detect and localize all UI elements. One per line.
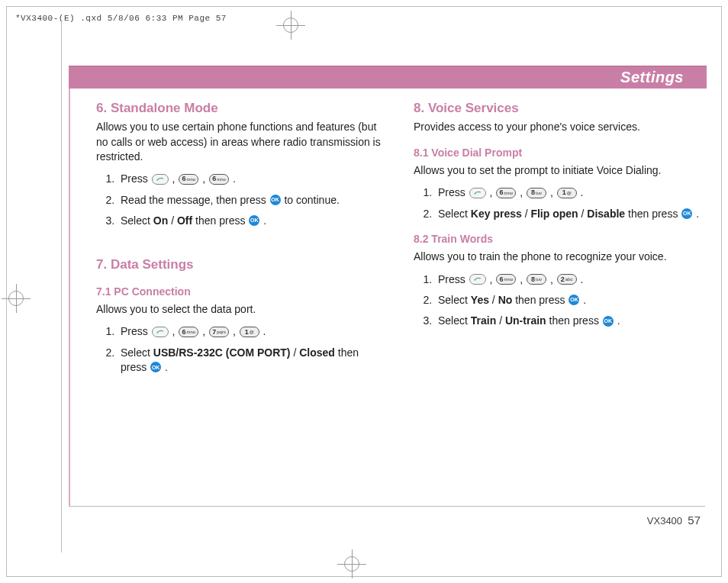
text: / xyxy=(291,346,300,359)
option: USB/RS-232C (COM PORT) xyxy=(153,346,291,359)
model-label: VX3400 xyxy=(647,515,682,527)
step: Read the message, then press OK to conti… xyxy=(118,193,383,208)
svg-point-1 xyxy=(156,332,158,333)
text: Press xyxy=(438,186,469,198)
text: then press xyxy=(625,208,681,220)
text: . xyxy=(696,208,699,220)
option: Un-train xyxy=(505,314,546,327)
step: Press , 6mno , 6mno . xyxy=(118,172,383,186)
ok-button-icon: OK xyxy=(150,362,161,372)
step: Press , 6mno , 7pqrs , 1@ . xyxy=(118,324,383,339)
option: Train xyxy=(471,314,496,327)
right-column: 8. Voice Services Provides access to you… xyxy=(414,99,701,385)
body-text: Allows you to use certain phone function… xyxy=(96,120,383,164)
step: Press , 6mno , 8tuv , 1@ . xyxy=(435,185,701,200)
option: Off xyxy=(177,214,192,227)
text: Select xyxy=(438,208,471,220)
body-text: Allows you to train the phone to recogni… xyxy=(414,250,701,264)
text: . xyxy=(263,325,266,337)
option: Flip open xyxy=(530,208,578,220)
left-column: 6. Standalone Mode Allows you to use cer… xyxy=(96,99,383,385)
body-text: Allows you to select the data port. xyxy=(96,302,383,317)
text: Press xyxy=(121,325,151,337)
text: Select xyxy=(438,294,471,306)
subheading-train-words: 8.2 Train Words xyxy=(414,232,701,246)
body-text: Provides access to your phone's voice se… xyxy=(414,120,701,134)
key-2-icon: 2abc xyxy=(557,274,577,285)
text: / xyxy=(168,214,177,227)
text: / xyxy=(578,208,588,220)
ok-button-icon: OK xyxy=(681,208,692,219)
option: Yes xyxy=(471,294,489,306)
key-6-icon: 6mno xyxy=(179,174,198,185)
subheading-pc-connection: 7.1 PC Connection xyxy=(96,285,383,299)
option: Closed xyxy=(299,346,335,359)
text: . xyxy=(581,273,584,285)
key-6-icon: 6mno xyxy=(496,188,516,198)
text: to continue. xyxy=(284,194,339,206)
footer-rule xyxy=(69,506,705,507)
text: Select xyxy=(438,314,471,327)
section-title: Settings xyxy=(620,69,684,86)
text: Press xyxy=(438,273,469,285)
send-key-icon xyxy=(469,188,486,198)
text: . xyxy=(233,172,236,185)
key-8-icon: 8tuv xyxy=(527,188,546,198)
key-8-icon: 8tuv xyxy=(527,274,546,285)
registration-mark xyxy=(337,549,366,578)
accent-rule xyxy=(69,89,70,507)
key-6-icon: 6mno xyxy=(209,174,229,185)
section-title-bar: Settings xyxy=(69,66,707,89)
send-key-icon xyxy=(152,174,169,185)
ok-button-icon: OK xyxy=(270,195,281,205)
ok-button-icon: OK xyxy=(249,215,259,226)
text: / xyxy=(489,294,498,306)
key-7-icon: 7pqrs xyxy=(209,327,229,337)
svg-point-2 xyxy=(474,193,475,195)
body-text: Allows you to set the prompt to initiate… xyxy=(414,163,701,178)
text: . xyxy=(617,314,620,327)
text: Press xyxy=(121,172,151,185)
option: On xyxy=(153,214,168,227)
option: Key press xyxy=(471,208,522,220)
svg-point-3 xyxy=(474,279,475,281)
text: Read the message, then press xyxy=(121,194,269,206)
page-number: 57 xyxy=(688,514,701,527)
send-key-icon xyxy=(152,327,169,337)
key-6-icon: 6mno xyxy=(496,274,516,285)
heading-standalone-mode: 6. Standalone Mode xyxy=(96,99,383,117)
step: Select Key press / Flip open / Disable t… xyxy=(435,207,701,221)
heading-voice-services: 8. Voice Services xyxy=(414,99,701,117)
page-footer: VX3400 57 xyxy=(647,514,701,527)
ok-button-icon: OK xyxy=(569,295,579,305)
registration-mark xyxy=(276,11,305,40)
step: Press , 6mno , 8tuv , 2abc . xyxy=(435,272,701,287)
text: Select xyxy=(121,214,153,227)
text: . xyxy=(581,186,584,198)
key-1-icon: 1@ xyxy=(557,188,577,198)
step: Select On / Off then press OK . xyxy=(118,214,383,228)
print-header: *VX3400-(E) .qxd 5/8/06 6:33 PM Page 57 xyxy=(15,14,227,23)
key-6-icon: 6mno xyxy=(179,327,198,337)
step: Select USB/RS-232C (COM PORT) / Closed t… xyxy=(118,346,383,375)
heading-data-settings: 7. Data Settings xyxy=(96,256,383,273)
svg-point-0 xyxy=(156,179,158,181)
key-1-icon: 1@ xyxy=(240,327,259,337)
subheading-voice-dial-prompt: 8.1 Voice Dial Prompt xyxy=(414,146,701,160)
text: . xyxy=(165,361,168,373)
text: Select xyxy=(121,346,153,359)
margin-rule xyxy=(61,21,62,552)
text: / xyxy=(522,208,531,220)
option: Disable xyxy=(587,208,625,220)
send-key-icon xyxy=(469,274,486,285)
text: . xyxy=(263,214,266,227)
text: then press xyxy=(512,294,568,306)
step: Select Yes / No then press OK . xyxy=(435,293,701,308)
text: then press xyxy=(192,214,248,227)
text: / xyxy=(496,314,505,327)
text: . xyxy=(583,294,586,306)
content-area: 6. Standalone Mode Allows you to use cer… xyxy=(96,99,701,385)
text: then press xyxy=(546,314,602,327)
ok-button-icon: OK xyxy=(603,316,614,327)
registration-mark xyxy=(2,284,31,313)
